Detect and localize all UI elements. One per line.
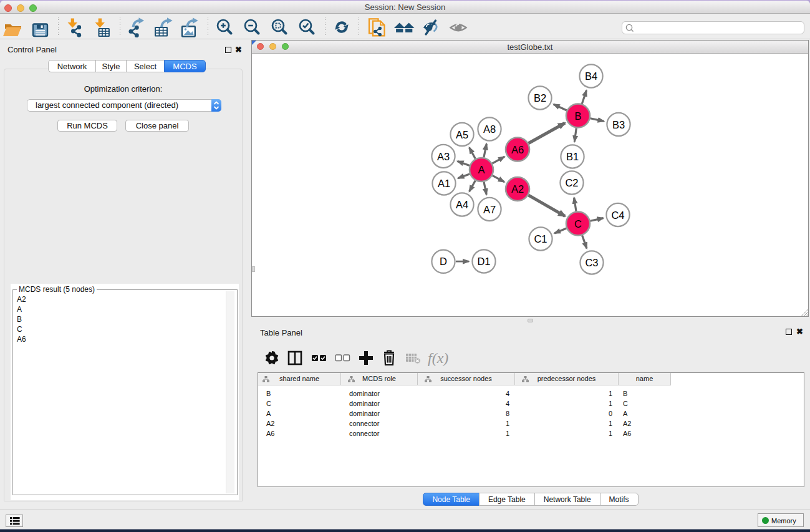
- svg-text:C2: C2: [565, 177, 578, 188]
- svg-text:C1: C1: [534, 233, 547, 244]
- svg-text:f(x): f(x): [428, 350, 448, 366]
- svg-text:A4: A4: [456, 199, 468, 210]
- svg-text:A2: A2: [511, 183, 524, 195]
- svg-text:A1: A1: [438, 178, 450, 189]
- svg-text:B4: B4: [585, 70, 597, 82]
- svg-text:C3: C3: [585, 257, 598, 268]
- svg-text:B1: B1: [566, 151, 579, 162]
- svg-text:A7: A7: [483, 204, 496, 215]
- svg-text:A6: A6: [511, 144, 524, 155]
- svg-text:B3: B3: [612, 119, 625, 130]
- svg-text:B: B: [574, 110, 581, 122]
- svg-text:A3: A3: [437, 151, 450, 162]
- svg-text:D1: D1: [477, 256, 490, 267]
- svg-text:B2: B2: [534, 92, 546, 104]
- svg-text:A: A: [478, 164, 485, 175]
- svg-text:A8: A8: [483, 123, 496, 135]
- svg-text:D: D: [440, 256, 447, 267]
- svg-text:C: C: [574, 218, 582, 230]
- svg-text:C4: C4: [611, 210, 624, 221]
- svg-text:A5: A5: [456, 129, 468, 140]
